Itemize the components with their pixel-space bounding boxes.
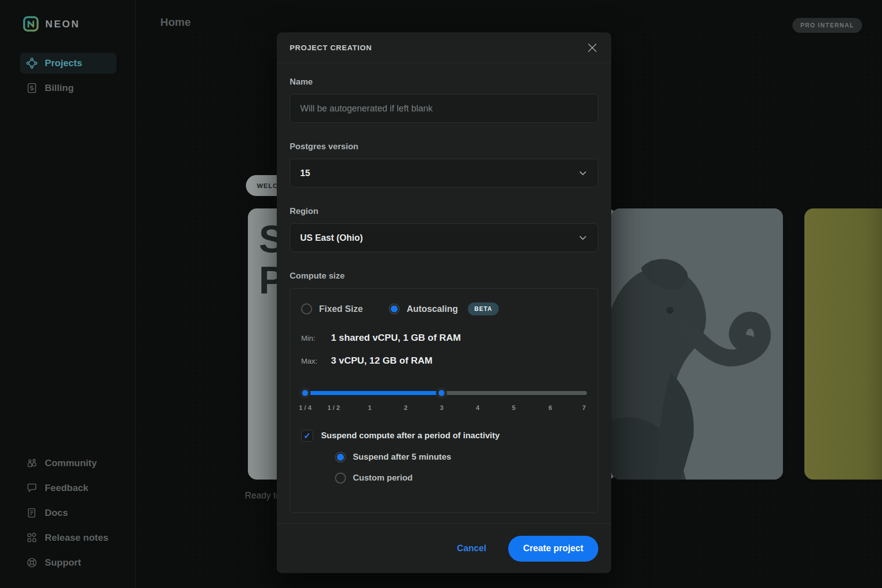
chevron-down-icon	[578, 168, 588, 178]
autoscaling-radio[interactable]	[389, 303, 400, 314]
suspend-5min-radio[interactable]	[335, 452, 346, 463]
sidebar-item-label: Support	[45, 557, 81, 568]
nodes-icon	[26, 57, 38, 69]
slider-tick: 1 / 2	[328, 404, 340, 411]
elephant-card[interactable]	[611, 208, 783, 480]
suspend-5min-option[interactable]: Suspend after 5 minutes	[335, 452, 587, 463]
region-label: Region	[290, 206, 598, 216]
fixed-size-label: Fixed Size	[319, 304, 363, 314]
sidebar: NEON Projects Billing Community Feedback	[0, 0, 136, 588]
feedback-icon	[26, 482, 38, 494]
sidebar-item-label: Feedback	[45, 483, 89, 493]
cancel-button[interactable]: Cancel	[457, 543, 486, 554]
slider-max-handle[interactable]	[436, 388, 447, 398]
name-label: Name	[290, 77, 598, 87]
min-label: Min:	[301, 334, 331, 342]
custom-period-radio[interactable]	[335, 473, 346, 484]
ready-caption: Ready to	[245, 490, 281, 501]
release-notes-icon	[26, 532, 38, 544]
max-label: Max:	[301, 357, 331, 365]
sidebar-item-label: Docs	[45, 507, 68, 518]
slider-tick: 1 / 4	[299, 404, 311, 411]
sidebar-item-support[interactable]: Support	[20, 552, 116, 573]
sidebar-item-label: Release notes	[45, 532, 109, 543]
plan-badge: PRO INTERNAL	[792, 18, 862, 33]
side-card[interactable]	[804, 208, 882, 480]
sidebar-item-community[interactable]: Community	[20, 453, 116, 474]
suspend-checkbox-row[interactable]: ✓ Suspend compute after a period of inac…	[301, 430, 587, 442]
page-title: Home	[160, 16, 191, 29]
slider-tick: 3	[440, 404, 443, 411]
sidebar-item-label: Billing	[45, 83, 74, 94]
slider-active-range	[305, 391, 441, 395]
min-value: 1 shared vCPU, 1 GB of RAM	[331, 332, 461, 343]
sidebar-item-feedback[interactable]: Feedback	[20, 478, 116, 498]
slider-tick: 2	[404, 404, 407, 411]
sidebar-item-billing[interactable]: Billing	[20, 78, 116, 98]
neon-logo-icon	[23, 16, 39, 32]
compute-size-label: Compute size	[290, 271, 598, 281]
sidebar-item-docs[interactable]: Docs	[20, 502, 116, 523]
suspend-checkbox[interactable]: ✓	[301, 430, 313, 442]
support-icon	[26, 557, 38, 569]
compute-size-panel: Fixed Size Autoscaling BETA Min: 1 share…	[290, 288, 598, 513]
region-select[interactable]: US East (Ohio)	[290, 223, 598, 252]
modal-header: PROJECT CREATION	[277, 32, 611, 63]
custom-period-option[interactable]: Custom period	[335, 473, 587, 484]
close-icon[interactable]	[586, 42, 598, 54]
brand-logo[interactable]: NEON	[23, 16, 80, 32]
sidebar-item-projects[interactable]: Projects	[20, 53, 116, 74]
custom-period-label: Custom period	[353, 473, 413, 483]
brand-wordmark: NEON	[45, 18, 80, 30]
docs-icon	[26, 507, 38, 519]
compute-range-slider[interactable]: 1 / 4 1 / 2 1 2 3 4 5 6 7	[301, 387, 587, 417]
slider-tick: 5	[512, 404, 515, 411]
autoscaling-label: Autoscaling	[407, 304, 458, 314]
sidebar-item-label: Projects	[45, 58, 82, 69]
sidebar-item-release-notes[interactable]: Release notes	[20, 527, 116, 548]
elephant-image	[611, 208, 783, 480]
postgres-version-label: Postgres version	[290, 142, 598, 152]
beta-badge: BETA	[468, 302, 499, 315]
community-icon	[26, 457, 38, 469]
sidebar-item-label: Community	[45, 458, 97, 469]
billing-icon	[26, 82, 38, 94]
modal-body: Name Postgres version 15 Region US East …	[277, 63, 611, 513]
postgres-version-select[interactable]: 15	[290, 159, 598, 188]
postgres-version-value: 15	[300, 168, 310, 179]
max-value: 3 vCPU, 12 GB of RAM	[331, 355, 433, 366]
fixed-size-radio[interactable]	[301, 303, 312, 314]
slider-tick: 6	[549, 404, 552, 411]
create-project-button[interactable]: Create project	[508, 536, 598, 562]
slider-tick: 7	[582, 404, 586, 411]
modal-title: PROJECT CREATION	[290, 43, 372, 52]
suspend-5min-label: Suspend after 5 minutes	[353, 452, 451, 462]
project-creation-modal: PROJECT CREATION Name Postgres version 1…	[277, 32, 611, 573]
slider-tick: 4	[476, 404, 479, 411]
region-value: US East (Ohio)	[300, 233, 363, 243]
chevron-down-icon	[578, 233, 588, 243]
slider-tick: 1	[368, 404, 371, 411]
project-name-input[interactable]	[290, 94, 598, 123]
suspend-label: Suspend compute after a period of inacti…	[321, 431, 500, 441]
slider-min-handle[interactable]	[300, 388, 311, 398]
modal-footer: Cancel Create project	[277, 523, 611, 573]
